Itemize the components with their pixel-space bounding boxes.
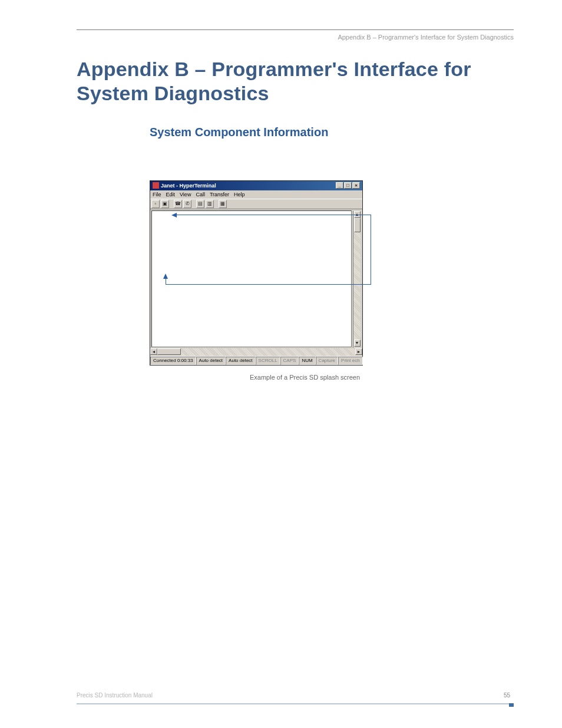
horizontal-scrollbar[interactable]: ◄ ►: [150, 348, 362, 356]
footer-page-number: 55: [504, 692, 514, 699]
new-icon[interactable]: ▫: [151, 200, 160, 208]
minimize-button[interactable]: _: [336, 182, 343, 189]
menu-bar: File Edit View Call Transfer Help: [150, 190, 362, 199]
scroll-thumb[interactable]: [354, 218, 361, 232]
menu-transfer[interactable]: Transfer: [210, 192, 229, 197]
terminal-wrap: ▲ ▼: [150, 209, 362, 348]
footer-manual-name: Precis SD Instruction Manual: [77, 692, 153, 699]
status-scroll: SCROLL: [256, 357, 280, 365]
menu-call[interactable]: Call: [196, 192, 205, 197]
status-detect2: Auto detect: [226, 357, 255, 365]
menu-view[interactable]: View: [180, 192, 191, 197]
connect-icon[interactable]: ☎: [174, 200, 182, 208]
hyperterminal-window: Janet - HyperTerminal _ □ × File Edit Vi…: [150, 180, 363, 365]
open-icon[interactable]: ▣: [161, 200, 169, 208]
toolbar: ▫ ▣ ☎ ✆ ▤ ▥ ▦: [150, 199, 362, 209]
footer-rule: [77, 703, 514, 704]
annotation-line: [166, 278, 166, 285]
status-num: NUM: [299, 357, 315, 365]
annotation-line: [177, 215, 371, 215]
hscroll-thumb[interactable]: [157, 348, 181, 355]
send-icon[interactable]: ▤: [196, 200, 204, 208]
menu-edit[interactable]: Edit: [166, 192, 176, 197]
close-button[interactable]: ×: [352, 182, 360, 189]
page-title: Appendix B – Programmer's Interface for …: [77, 57, 514, 106]
window-titlebar: Janet - HyperTerminal _ □ ×: [150, 181, 362, 190]
scroll-right-icon[interactable]: ►: [355, 348, 362, 355]
terminal-area[interactable]: [151, 210, 352, 347]
menu-file[interactable]: File: [153, 192, 161, 197]
disconnect-icon[interactable]: ✆: [183, 200, 191, 208]
properties-icon[interactable]: ▦: [219, 200, 227, 208]
annotation-line: [371, 215, 371, 284]
status-detect1: Auto detect: [196, 357, 226, 365]
status-bar: Connected 0:00:33 Auto detect Auto detec…: [150, 356, 362, 365]
section-heading: System Component Information: [150, 126, 514, 139]
status-capture: Capture: [316, 357, 338, 365]
hscroll-track[interactable]: [181, 348, 355, 356]
menu-help[interactable]: Help: [234, 192, 245, 197]
annotation-arrow-up-icon: [163, 274, 168, 279]
figure: Janet - HyperTerminal _ □ × File Edit Vi…: [150, 180, 514, 381]
page-footer: Precis SD Instruction Manual 55: [77, 692, 514, 704]
annotation-arrow-left-icon: [171, 213, 177, 218]
scroll-down-icon[interactable]: ▼: [354, 340, 361, 347]
status-connected: Connected 0:00:33: [150, 357, 196, 365]
scroll-left-icon[interactable]: ◄: [150, 348, 157, 355]
receive-icon[interactable]: ▥: [206, 200, 214, 208]
vertical-scrollbar[interactable]: ▲ ▼: [353, 211, 361, 348]
window-title-text: Janet - HyperTerminal: [161, 183, 216, 189]
app-icon: [153, 182, 159, 189]
scroll-track[interactable]: [353, 232, 361, 340]
annotation-line: [166, 284, 371, 285]
maximize-button[interactable]: □: [344, 182, 352, 189]
figure-caption: Example of a Precis SD splash screen: [250, 374, 514, 381]
header-rule: [77, 29, 514, 30]
status-caps: CAPS: [280, 357, 299, 365]
breadcrumb: Appendix B – Programmer's Interface for …: [77, 34, 514, 41]
status-print: Print ech: [338, 357, 363, 365]
